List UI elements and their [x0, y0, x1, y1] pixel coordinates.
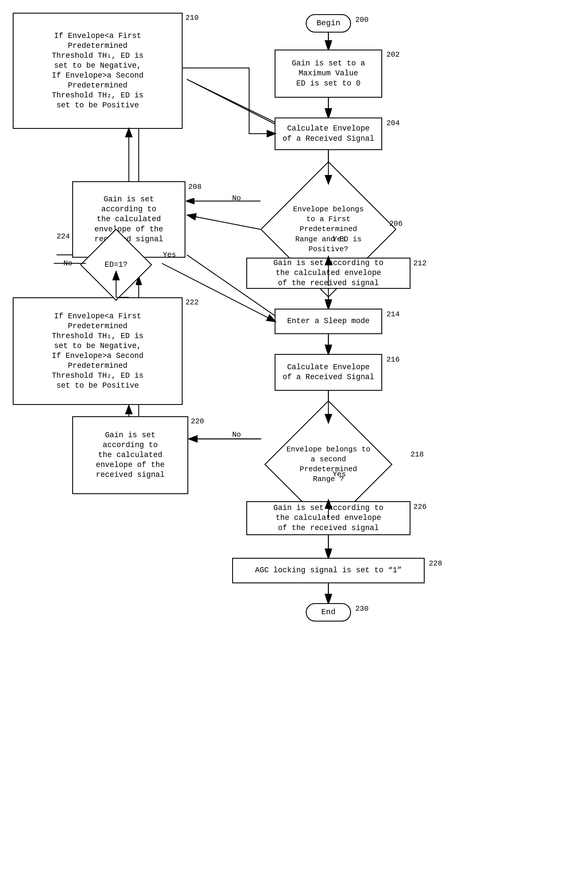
node-226-label: Gain is set according to the calculated …	[274, 503, 384, 533]
node-202: Gain is set to a Maximum Value ED is set…	[275, 49, 382, 98]
n208-label: 208	[188, 183, 202, 191]
n222-label: 222	[186, 298, 199, 307]
no2-label: No	[232, 430, 241, 439]
begin-node: Begin	[306, 14, 351, 33]
node-216-label: Calculate Envelope of a Received Signal	[283, 362, 374, 382]
n210-label: 210	[186, 13, 199, 22]
n214-label: 214	[386, 310, 400, 319]
node-204-label: Calculate Envelope of a Received Signal	[283, 124, 374, 144]
n220-label: 220	[191, 417, 204, 426]
node-214-label: Enter a Sleep mode	[287, 316, 370, 326]
n202-label: 202	[386, 50, 400, 59]
yes3-label: Yes	[163, 251, 176, 259]
end-node: End	[306, 603, 351, 621]
diamond-224-text: ED=1?	[105, 260, 127, 270]
node-220: Gain is set according to the calculated …	[72, 416, 188, 494]
n218-label: 218	[410, 450, 424, 459]
diamond-224: ED=1?	[71, 232, 162, 297]
n206-label: 206	[389, 220, 402, 228]
node-202-label: Gain is set to a Maximum Value ED is set…	[292, 58, 365, 88]
node-212: Gain is set according to the calculated …	[246, 258, 410, 289]
node-210-label: If Envelope<a First Predetermined Thresh…	[48, 27, 148, 115]
begin-label: Begin	[317, 18, 340, 28]
node-222: If Envelope<a First Predetermined Thresh…	[13, 297, 183, 405]
node-204: Calculate Envelope of a Received Signal	[275, 118, 382, 150]
node-214: Enter a Sleep mode	[275, 309, 382, 334]
no1-label: No	[232, 194, 241, 202]
diamond-218-text: Envelope belongs toa second Predetermine…	[280, 442, 377, 487]
n226-label: 226	[413, 503, 426, 511]
node-216: Calculate Envelope of a Received Signal	[275, 354, 382, 391]
node-228: AGC locking signal is set to “1”	[232, 558, 425, 583]
n212-label: 212	[413, 259, 426, 268]
n228-label: 228	[429, 559, 442, 568]
n200-label: 200	[355, 16, 369, 24]
end-label: End	[321, 607, 335, 617]
node-226: Gain is set according to the calculated …	[246, 501, 410, 535]
flowchart: Begin 200 Gain is set to a Maximum Value…	[0, 0, 588, 871]
n230-label: 230	[355, 605, 369, 613]
node-222-label: If Envelope<a First Predetermined Thresh…	[48, 307, 148, 395]
no3-label: No	[63, 259, 72, 268]
node-210: If Envelope<a First Predetermined Thresh…	[13, 13, 183, 129]
node-228-label: AGC locking signal is set to “1”	[255, 566, 402, 575]
n204-label: 204	[386, 119, 400, 127]
n224-label: 224	[57, 232, 70, 241]
n216-label: 216	[386, 355, 400, 364]
node-220-label: Gain is set according to the calculated …	[96, 430, 165, 480]
node-212-label: Gain is set according to the calculated …	[274, 258, 384, 288]
diamond-206-text: Envelope belongsto a First Predetermined…	[277, 202, 379, 257]
